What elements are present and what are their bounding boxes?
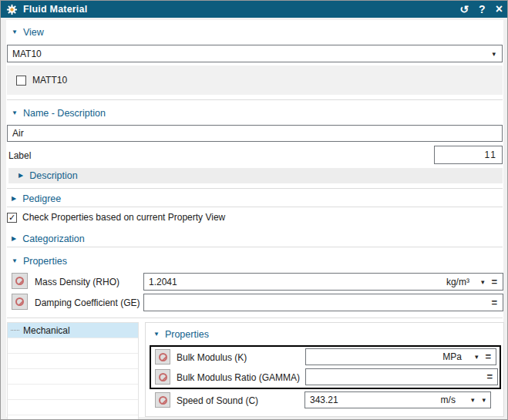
bulk-modulus-ratio-label: Bulk Modulus Ratio (GAMMA) [177, 372, 300, 383]
mass-density-field[interactable]: kg/m³ ▾ = [143, 273, 503, 291]
bulk-modulus-ratio-field[interactable]: = [305, 368, 498, 385]
mechanical-properties-panel: ▼ Properties Bulk Modulus (K) MPa ▾ = Bu… [145, 322, 504, 417]
bulk-modulus-input[interactable] [306, 351, 436, 362]
section-sub-properties-label: Properties [165, 329, 209, 340]
speed-of-sound-field[interactable]: m/s ▾ ▾ [304, 391, 491, 408]
mass-density-prohibit-button[interactable] [12, 273, 28, 289]
collapsed-triangle-icon: ▶ [19, 172, 23, 180]
section-view[interactable]: ▼ View [12, 27, 44, 38]
tree-item-mechanical[interactable]: Mechanical [8, 323, 138, 338]
view-dropdown-value: MAT10 [8, 49, 492, 59]
dialog-title: Fluid Material [23, 4, 87, 15]
prohibit-icon [15, 297, 24, 306]
mass-density-label: Mass Density (RHO) [35, 277, 119, 287]
prohibit-icon [15, 277, 24, 285]
tree-item-label: Mechanical [23, 325, 70, 336]
view-options-box: MATT10 [7, 66, 503, 95]
bulk-modulus-ratio-input[interactable] [306, 371, 486, 382]
mass-density-input[interactable] [144, 277, 439, 287]
speed-of-sound-label: Speed of Sound (C) [177, 395, 258, 406]
material-name-input[interactable] [8, 128, 502, 139]
expression-equals-icon[interactable]: = [491, 277, 497, 287]
expanded-triangle-icon: ▼ [12, 257, 18, 265]
close-icon[interactable]: × [496, 1, 503, 18]
expression-dropdown-icon[interactable]: ▾ [482, 396, 486, 404]
section-description[interactable]: ▶ Description [8, 168, 503, 183]
speed-of-sound-unit: m/s [441, 395, 456, 405]
collapsed-triangle-icon: ▶ [12, 235, 16, 243]
section-view-label: View [23, 27, 44, 38]
damping-field[interactable]: = [143, 294, 503, 311]
bulk-modulus-unit: MPa [442, 351, 462, 362]
expression-equals-icon[interactable]: = [491, 298, 497, 307]
expanded-triangle-icon: ▼ [153, 331, 160, 338]
prohibit-icon [159, 396, 167, 405]
damping-label: Damping Coefficient (GE) [35, 297, 140, 308]
bulk-modulus-label: Bulk Modulus (K) [177, 352, 247, 363]
title-bar: Fluid Material ↺ ? × [1, 1, 508, 18]
damping-prohibit-button[interactable] [12, 294, 28, 310]
section-pedigree[interactable]: ▶ Pedigree [7, 191, 503, 207]
separator [7, 318, 503, 318]
section-sub-properties[interactable]: ▼ Properties [153, 329, 209, 340]
section-name-description-label: Name - Description [23, 108, 106, 119]
check-properties-label: Check Properties based on current Proper… [22, 212, 225, 223]
tree-empty-row[interactable] [8, 338, 138, 354]
check-properties-checkbox[interactable]: ✓ [7, 213, 17, 223]
highlight-box: Bulk Modulus (K) MPa ▾ = Bulk Modulus Ra… [150, 345, 501, 389]
label-field[interactable] [434, 146, 503, 164]
expression-equals-icon[interactable]: = [485, 352, 491, 361]
prohibit-icon [159, 373, 167, 381]
tree-empty-row[interactable] [8, 369, 138, 385]
expression-equals-icon[interactable]: = [486, 372, 493, 381]
unit-dropdown-icon[interactable]: ▾ [471, 396, 475, 404]
speed-of-sound-input[interactable] [305, 395, 433, 405]
help-icon[interactable]: ? [479, 1, 486, 18]
view-dropdown[interactable]: MAT10 ▾ [7, 45, 503, 62]
dialog-gear-icon [6, 4, 18, 15]
section-properties[interactable]: ▼ Properties [12, 256, 67, 267]
separator [7, 99, 503, 100]
label-input[interactable] [435, 150, 502, 160]
section-categorization-label: Categorization [22, 234, 85, 244]
tree-branch-line [11, 330, 19, 331]
collapsed-triangle-icon: ▶ [12, 195, 16, 203]
tree-empty-row[interactable] [8, 385, 138, 400]
bulk-modulus-ratio-prohibit-button[interactable] [155, 369, 170, 385]
matt10-checkbox-label: MATT10 [32, 75, 67, 86]
check-properties-row: ✓ Check Properties based on current Prop… [7, 212, 225, 223]
separator [7, 188, 503, 189]
section-description-label: Description [29, 170, 78, 181]
reset-icon[interactable]: ↺ [459, 1, 469, 18]
tree-empty-row[interactable] [8, 354, 138, 369]
tree-empty-row[interactable] [8, 400, 138, 415]
bulk-modulus-prohibit-button[interactable] [155, 349, 170, 365]
material-category-tree: Mechanical [7, 322, 139, 420]
chevron-down-icon[interactable]: ▾ [492, 50, 496, 58]
unit-dropdown-icon[interactable]: ▾ [481, 278, 485, 286]
expanded-triangle-icon: ▼ [12, 29, 18, 36]
material-name-field[interactable] [7, 125, 503, 142]
prohibit-icon [159, 353, 167, 361]
damping-input[interactable] [144, 297, 491, 308]
label-caption: Label [8, 150, 31, 161]
fluid-material-dialog: Fluid Material ↺ ? × ▼ View MAT10 ▾ MATT… [0, 0, 508, 420]
section-properties-label: Properties [23, 256, 67, 267]
speed-of-sound-prohibit-button[interactable] [155, 392, 170, 408]
section-name-description[interactable]: ▼ Name - Description [12, 108, 106, 119]
matt10-checkbox[interactable] [16, 76, 26, 86]
tree-empty-row[interactable] [8, 415, 138, 420]
section-pedigree-label: Pedigree [22, 193, 61, 204]
unit-dropdown-icon[interactable]: ▾ [475, 353, 479, 361]
bulk-modulus-field[interactable]: MPa ▾ = [305, 348, 496, 365]
expanded-triangle-icon: ▼ [12, 109, 18, 117]
section-categorization[interactable]: ▶ Categorization [7, 231, 503, 247]
mass-density-unit: kg/m³ [446, 277, 469, 287]
